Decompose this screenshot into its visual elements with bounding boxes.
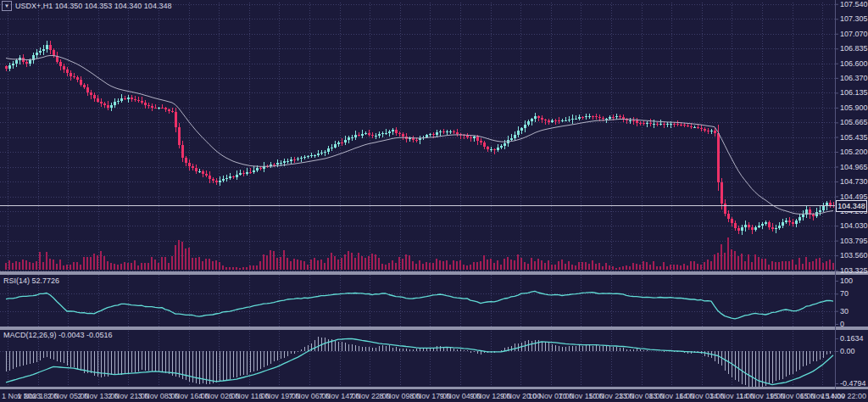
chart-title-bar: ▼ USDX+,H1 104.350 104.353 104.340 104.3… xyxy=(2,1,171,11)
chart-menu-icon[interactable]: ▼ xyxy=(2,1,12,11)
price-axis-label: 107.070 xyxy=(840,30,868,38)
macd-axis-label: -0.4794 xyxy=(840,379,866,388)
rsi-indicator-label: RSI(14) 52.7726 xyxy=(3,276,59,285)
price-axis-label: 106.835 xyxy=(840,44,868,53)
time-axis-label: 15 Nov 22:00 xyxy=(821,392,866,400)
rsi-axis-label: 0 xyxy=(840,320,844,328)
price-axis-label: 103.560 xyxy=(840,251,868,260)
price-axis-label: 104.030 xyxy=(840,221,868,230)
price-axis-label: 103.795 xyxy=(840,237,868,245)
price-axis-label: 106.370 xyxy=(840,74,868,82)
chart-background xyxy=(0,0,868,402)
rsi-axis-label: 70 xyxy=(840,289,849,298)
price-axis-label: 104.730 xyxy=(840,177,868,186)
trading-chart-window: 107.540107.305107.070106.835106.600106.3… xyxy=(0,0,868,402)
chart-canvas[interactable]: 107.540107.305107.070106.835106.600106.3… xyxy=(0,0,868,402)
price-axis-label: 106.135 xyxy=(840,88,868,97)
rsi-axis-label: 30 xyxy=(840,307,849,315)
price-axis-label: 104.495 xyxy=(840,193,868,201)
symbol-ohlc-title: USDX+,H1 104.350 104.353 104.340 104.348 xyxy=(15,2,171,10)
price-axis-label: 105.435 xyxy=(840,133,868,142)
price-axis-label: 106.600 xyxy=(840,59,868,68)
time-axis[interactable]: 1 Nov 20231 Nov 18:002 Nov 05:002 Nov 13… xyxy=(2,392,866,400)
macd-indicator-label: MACD(12,26,9) -0.0043 -0.0516 xyxy=(3,331,113,339)
price-axis-label: 107.305 xyxy=(840,14,868,23)
price-axis-label: 104.965 xyxy=(840,163,868,171)
current-price-badge: 104.348 xyxy=(836,200,867,212)
price-axis-label: 105.900 xyxy=(840,103,868,112)
price-axis-label: 107.540 xyxy=(840,0,868,8)
rsi-axis-label: 100 xyxy=(840,276,853,285)
macd-axis-label: 0.1634 xyxy=(840,334,864,343)
price-axis-label: 103.325 xyxy=(840,266,868,275)
macd-axis-label: 0.00 xyxy=(840,347,855,355)
price-axis-label: 105.665 xyxy=(840,118,868,126)
price-axis-label: 105.200 xyxy=(840,148,868,156)
